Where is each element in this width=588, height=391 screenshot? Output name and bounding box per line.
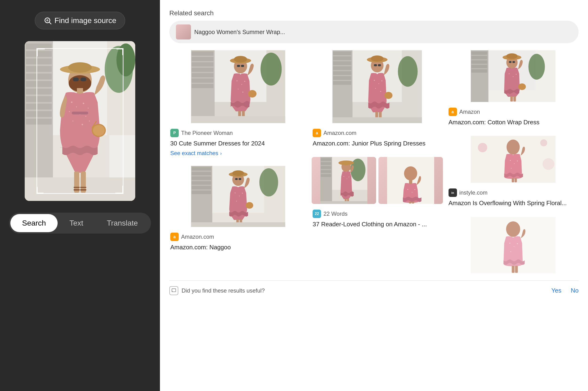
svg-rect-176 [512, 178, 514, 182]
pioneer-site-info: P The Pioneer Woman [170, 129, 306, 137]
junior-title: Amazon.com: Junior Plus Spring Dresses [312, 139, 442, 148]
svg-rect-80 [192, 181, 211, 185]
svg-rect-154 [471, 65, 487, 68]
svg-rect-47 [74, 187, 80, 188]
pink-dress-svg [447, 217, 579, 273]
tab-translate[interactable]: Translate [95, 214, 149, 232]
svg-point-92 [242, 193, 243, 194]
svg-point-119 [385, 92, 393, 99]
svg-point-31 [76, 106, 77, 107]
svg-rect-20 [25, 177, 135, 201]
instyle-svg [447, 136, 579, 183]
svg-point-185 [514, 246, 514, 247]
svg-point-71 [248, 90, 257, 98]
svg-rect-139 [320, 201, 367, 204]
instyle-image [447, 136, 579, 183]
svg-rect-88 [235, 178, 238, 180]
22words-title: 37 Reader-Loved Clothing on Amazon - ... [312, 220, 442, 228]
cotton-site-info: a Amazon [448, 108, 578, 116]
svg-point-133 [338, 161, 354, 165]
related-search-chip[interactable]: Naggoo Women's Summer Wrap... [169, 21, 579, 43]
feedback-yes-button[interactable]: Yes [551, 287, 561, 294]
svg-rect-148 [412, 201, 414, 203]
right-panel: Related search Naggoo Women's Summer Wra… [160, 0, 588, 391]
lens-icon [43, 16, 52, 25]
svg-point-118 [380, 91, 381, 92]
svg-rect-153 [471, 60, 487, 64]
svg-rect-11 [26, 89, 52, 95]
svg-point-32 [83, 103, 84, 104]
svg-rect-100 [333, 51, 351, 55]
svg-rect-54 [192, 62, 214, 67]
22words-svg-1 [312, 157, 376, 204]
see-exact-label: See exact matches [170, 150, 218, 157]
see-exact-matches[interactable]: See exact matches › [170, 150, 306, 157]
svg-point-142 [404, 166, 417, 181]
svg-point-34 [69, 111, 70, 112]
svg-point-134 [344, 176, 344, 177]
svg-point-164 [513, 76, 513, 77]
svg-point-114 [374, 80, 375, 81]
22words-image-pair [312, 157, 443, 204]
svg-point-87 [232, 170, 244, 176]
related-search-header: Related search [169, 9, 579, 17]
svg-rect-6 [26, 51, 52, 57]
svg-rect-82 [192, 191, 211, 194]
svg-rect-167 [510, 96, 513, 101]
svg-rect-56 [192, 73, 214, 77]
cotton-meta: a Amazon Amazon.com: Cotton Wrap Dress [447, 105, 579, 129]
svg-point-69 [238, 89, 239, 90]
svg-rect-78 [192, 172, 211, 175]
svg-rect-40 [72, 112, 88, 114]
svg-point-117 [375, 88, 376, 89]
svg-point-173 [514, 163, 515, 164]
svg-point-84 [259, 168, 278, 196]
svg-rect-74 [191, 116, 285, 123]
svg-point-33 [88, 108, 89, 108]
feedback-no-button[interactable]: No [571, 287, 579, 294]
svg-rect-64 [237, 65, 240, 67]
svg-rect-152 [471, 56, 487, 59]
svg-point-186 [517, 243, 518, 244]
svg-rect-188 [512, 266, 514, 273]
22words-img-2 [378, 157, 443, 204]
instyle-title: Amazon Is Overflowing With Spring Floral… [448, 199, 578, 207]
result-instyle: in instyle.com Amazon Is Overflowing Wit… [447, 136, 579, 210]
svg-point-184 [509, 243, 510, 244]
feedback-actions: Yes No [551, 287, 579, 294]
junior-amazon-icon: a [312, 129, 321, 137]
22words-svg-2 [378, 157, 443, 204]
svg-point-70 [243, 92, 243, 93]
feedback-question-text: Did you find these results useful? [182, 287, 265, 294]
svg-rect-126 [321, 162, 331, 165]
junior-dress-svg [312, 50, 443, 123]
svg-rect-81 [192, 186, 211, 190]
pioneer-site-name: The Pioneer Woman [181, 130, 233, 136]
find-image-button[interactable]: Find image source [35, 12, 125, 29]
svg-rect-101 [333, 56, 351, 60]
tab-search[interactable]: Search [10, 214, 58, 232]
svg-point-67 [241, 84, 242, 85]
feedback-comment-icon [169, 286, 178, 295]
svg-rect-177 [514, 178, 517, 182]
svg-rect-49 [80, 187, 86, 188]
svg-rect-155 [471, 69, 487, 73]
svg-rect-99 [333, 50, 353, 123]
svg-rect-97 [191, 222, 285, 227]
svg-point-144 [407, 189, 408, 190]
results-grid: P The Pioneer Woman 30 Cute Summer Dress… [169, 50, 579, 280]
svg-rect-57 [192, 79, 214, 83]
svg-rect-7 [26, 59, 52, 64]
svg-point-166 [518, 84, 526, 90]
result-pioneer-woman: P The Pioneer Woman 30 Cute Summer Dress… [169, 50, 307, 159]
svg-rect-127 [321, 166, 331, 169]
svg-rect-104 [333, 71, 351, 75]
svg-point-42 [93, 125, 105, 136]
svg-point-135 [347, 179, 347, 179]
svg-point-157 [528, 54, 545, 80]
svg-rect-128 [321, 170, 331, 173]
chip-thumb-img [176, 24, 191, 39]
svg-rect-102 [333, 61, 351, 65]
tab-text[interactable]: Text [58, 214, 95, 232]
instyle-site-name: instyle.com [459, 190, 488, 196]
